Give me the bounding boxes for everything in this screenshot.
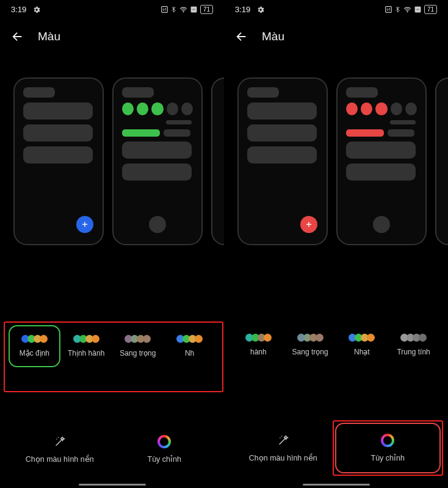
bottom-row: Chọn màu hình nền Tùy chỉnh bbox=[224, 423, 448, 473]
palette-option-light[interactable]: Nhạt bbox=[336, 325, 388, 365]
bluetooth-icon bbox=[170, 5, 177, 13]
page-title: Màu bbox=[38, 30, 60, 43]
back-arrow-icon[interactable] bbox=[11, 30, 24, 43]
fab-home-icon bbox=[373, 216, 390, 233]
palette-section: Mặc định Thịnh hành Sang trọng Nh bbox=[0, 320, 224, 372]
signal-icon bbox=[190, 5, 198, 13]
wifi-icon bbox=[403, 5, 412, 13]
gear-icon bbox=[32, 5, 41, 14]
wand-icon bbox=[276, 434, 290, 447]
nfc-icon bbox=[385, 5, 392, 13]
status-icons bbox=[161, 5, 198, 13]
palette-option-neutral[interactable]: Trung tính bbox=[388, 325, 439, 365]
back-arrow-icon[interactable] bbox=[235, 30, 248, 43]
fab-home-icon bbox=[149, 216, 166, 233]
wifi-icon bbox=[179, 5, 188, 13]
fab-add-icon: + bbox=[76, 216, 93, 233]
status-icons bbox=[385, 5, 422, 13]
bluetooth-icon bbox=[394, 5, 401, 13]
preview-card-list[interactable]: + bbox=[237, 77, 328, 245]
svg-rect-3 bbox=[415, 7, 421, 13]
preview-card-extra[interactable] bbox=[211, 77, 224, 245]
palette-option-peek[interactable]: Nh bbox=[164, 325, 215, 367]
nav-indicator[interactable] bbox=[303, 484, 370, 486]
rainbow-ring-icon bbox=[157, 435, 171, 448]
header: Màu bbox=[0, 19, 224, 54]
status-bar: 3:19 71 bbox=[0, 0, 224, 19]
phone-screen-right: 3:19 71 Màu + bbox=[224, 0, 448, 488]
customize-button[interactable]: Tùy chỉnh bbox=[335, 423, 441, 473]
page-title: Màu bbox=[262, 30, 284, 43]
battery-indicator: 71 bbox=[424, 5, 437, 14]
preview-card-dots[interactable] bbox=[112, 77, 203, 245]
annotation-highlight bbox=[333, 420, 444, 476]
wallpaper-color-button[interactable]: Chọn màu hình nền bbox=[231, 423, 335, 473]
preview-area: + bbox=[0, 54, 224, 245]
signal-icon bbox=[414, 5, 422, 13]
palette-option-luxury[interactable]: Sang trọng bbox=[112, 325, 164, 367]
phone-screen-left: 3:19 71 Màu + bbox=[0, 0, 224, 488]
preview-card-list[interactable]: + bbox=[13, 77, 104, 245]
status-bar: 3:19 71 bbox=[224, 0, 448, 19]
palette-option-peek-left[interactable]: hành bbox=[233, 325, 284, 365]
customize-button[interactable]: Tùy chỉnh bbox=[112, 425, 217, 473]
nfc-icon bbox=[161, 5, 168, 13]
palette-option-trending[interactable]: Thịnh hành bbox=[60, 325, 112, 367]
header: Màu bbox=[224, 19, 448, 54]
svg-rect-1 bbox=[191, 7, 197, 13]
palette-option-default[interactable]: Mặc định bbox=[9, 325, 60, 367]
palette-section: hành Sang trọng Nhạt Trung tính bbox=[224, 320, 448, 370]
wand-icon bbox=[53, 435, 67, 448]
wallpaper-color-button[interactable]: Chọn màu hình nền bbox=[7, 425, 112, 473]
bottom-row: Chọn màu hình nền Tùy chỉnh bbox=[0, 425, 224, 473]
fab-add-icon: + bbox=[300, 216, 317, 233]
status-time: 3:19 bbox=[11, 5, 26, 14]
status-time: 3:19 bbox=[235, 5, 250, 14]
preview-area: + bbox=[224, 54, 448, 245]
preview-card-extra[interactable] bbox=[435, 77, 448, 245]
gear-icon bbox=[256, 5, 265, 14]
rainbow-ring-icon bbox=[381, 434, 394, 447]
battery-indicator: 71 bbox=[200, 5, 213, 14]
nav-indicator[interactable] bbox=[79, 484, 146, 486]
preview-card-dots[interactable] bbox=[336, 77, 427, 245]
palette-option-luxury[interactable]: Sang trọng bbox=[284, 325, 336, 365]
